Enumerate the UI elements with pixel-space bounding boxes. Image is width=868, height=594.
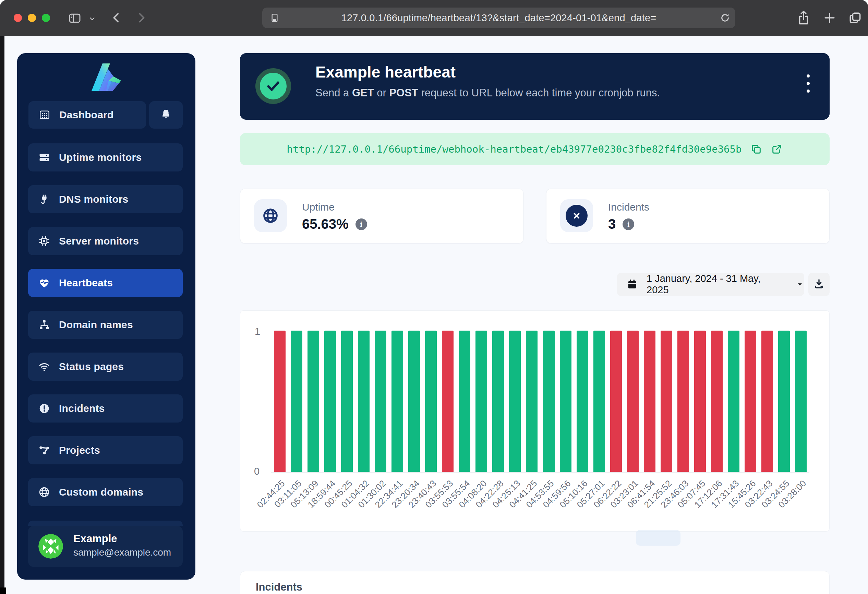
chart-bar[interactable] bbox=[375, 331, 386, 472]
chart-bar[interactable] bbox=[778, 331, 790, 472]
sidebar-item-incidents[interactable]: Incidents bbox=[28, 395, 183, 423]
sidebar-item-custom-domains[interactable]: Custom domains bbox=[28, 478, 183, 506]
chart-bar[interactable] bbox=[644, 331, 655, 472]
back-icon[interactable] bbox=[110, 11, 123, 25]
sidebar-item-label: Incidents bbox=[59, 403, 105, 414]
new-tab-icon[interactable] bbox=[822, 10, 837, 25]
chart-bar[interactable] bbox=[341, 331, 353, 472]
minimize-button[interactable] bbox=[28, 14, 36, 22]
chart-bar[interactable] bbox=[661, 331, 672, 472]
wifi-icon bbox=[38, 361, 50, 372]
sidebar-item-partial[interactable] bbox=[28, 521, 183, 526]
chart-bar[interactable] bbox=[391, 331, 403, 472]
chart-bar[interactable] bbox=[627, 331, 639, 472]
chart-bar[interactable] bbox=[425, 331, 437, 472]
sidebar-item-server-monitors[interactable]: Server monitors bbox=[28, 227, 183, 255]
bar-plot-area bbox=[271, 331, 809, 473]
sidebar-item-domain-names[interactable]: Domain names bbox=[28, 311, 183, 339]
chart-bar[interactable] bbox=[745, 331, 756, 472]
x-circle-icon bbox=[560, 199, 593, 232]
sitemap-icon bbox=[38, 319, 50, 331]
address-bar[interactable]: 127.0.0.1/66uptime/heartbeat/13?&start_d… bbox=[262, 7, 735, 28]
chevron-down-icon[interactable] bbox=[89, 15, 96, 23]
copy-icon[interactable] bbox=[750, 143, 762, 155]
chart-bar[interactable] bbox=[593, 331, 605, 472]
zoom-button[interactable] bbox=[42, 14, 50, 22]
chart-bar[interactable] bbox=[577, 331, 588, 472]
chart-bar[interactable] bbox=[678, 331, 689, 472]
chart-bar[interactable] bbox=[694, 331, 706, 472]
notifications-button[interactable] bbox=[149, 101, 183, 129]
chart-bar[interactable] bbox=[610, 331, 622, 472]
sidebar-item-dns-monitors[interactable]: DNS monitors bbox=[28, 185, 183, 213]
reload-icon[interactable] bbox=[720, 12, 731, 25]
chart-bar[interactable] bbox=[711, 331, 723, 472]
scrollbar-thumb[interactable] bbox=[636, 530, 681, 546]
share-icon[interactable] bbox=[796, 10, 811, 26]
sidebar-item-label: DNS monitors bbox=[59, 194, 128, 205]
date-range-picker[interactable]: 1 January, 2024 - 31 May, 2025 bbox=[617, 273, 804, 296]
webhook-url-bar: http://127.0.0.1/66uptime/webhook-heartb… bbox=[240, 133, 830, 165]
chart-bar[interactable] bbox=[274, 331, 286, 472]
url-fade bbox=[674, 10, 716, 26]
sidebar-item-label: Status pages bbox=[59, 361, 124, 372]
sidebar-item-label: Projects bbox=[59, 445, 100, 456]
info-icon[interactable]: i bbox=[623, 219, 634, 230]
sidebar: Dashboard Uptime monitors DNS monitors bbox=[17, 53, 195, 579]
webhook-url[interactable]: http://127.0.0.1/66uptime/webhook-heartb… bbox=[287, 143, 742, 155]
chart-bar[interactable] bbox=[728, 331, 740, 472]
chart-bar[interactable] bbox=[358, 331, 369, 472]
chart-bar[interactable] bbox=[459, 331, 470, 472]
page-settings-icon[interactable] bbox=[269, 12, 280, 25]
sidebar-item-heartbeats[interactable]: Heartbeats bbox=[28, 269, 183, 297]
stat-value: 65.63%i bbox=[302, 216, 367, 232]
cpu-chip-icon bbox=[38, 235, 50, 247]
plug-icon bbox=[38, 194, 50, 205]
chart-bar[interactable] bbox=[442, 331, 453, 472]
chart-bar[interactable] bbox=[543, 331, 555, 472]
alert-circle-icon bbox=[38, 403, 50, 414]
calendar-icon bbox=[627, 279, 638, 290]
grid-icon bbox=[39, 109, 50, 121]
stat-value: 3i bbox=[608, 216, 634, 232]
incidents-section-title: Incidents bbox=[256, 581, 303, 593]
chart-bar[interactable] bbox=[475, 331, 487, 472]
share-nodes-icon bbox=[38, 445, 50, 456]
chart-bar[interactable] bbox=[509, 331, 521, 472]
server-stack-icon bbox=[38, 152, 50, 163]
browser-chrome: 127.0.0.1/66uptime/heartbeat/13?&start_d… bbox=[0, 0, 868, 36]
chart-bar[interactable] bbox=[560, 331, 571, 472]
sidebar-item-uptime-monitors[interactable]: Uptime monitors bbox=[28, 143, 183, 171]
tabs-overview-icon[interactable] bbox=[847, 10, 862, 25]
corner-mark bbox=[0, 588, 6, 594]
download-icon bbox=[813, 278, 824, 291]
chart-bar[interactable] bbox=[795, 331, 807, 472]
sidebar-item-dashboard[interactable]: Dashboard bbox=[28, 101, 146, 129]
chart-bar[interactable] bbox=[408, 331, 420, 472]
incidents-list-card: Incidents bbox=[240, 571, 830, 594]
kebab-menu-icon[interactable] bbox=[807, 74, 810, 93]
globe-icon bbox=[254, 199, 287, 232]
chart-bar[interactable] bbox=[291, 331, 303, 472]
chart-bar[interactable] bbox=[307, 331, 319, 472]
sidebar-item-label: Custom domains bbox=[59, 486, 143, 498]
sidebar-item-label: Server monitors bbox=[59, 235, 139, 247]
sidebar-toggle-icon[interactable] bbox=[68, 11, 81, 25]
chart-bar[interactable] bbox=[762, 331, 773, 472]
chart-bar[interactable] bbox=[324, 331, 336, 472]
profile-card[interactable]: Example sample@example.com bbox=[28, 526, 183, 567]
sidebar-item-status-pages[interactable]: Status pages bbox=[28, 353, 183, 381]
heartbeat-icon bbox=[38, 277, 50, 289]
page: Dashboard Uptime monitors DNS monitors bbox=[0, 36, 868, 594]
forward-icon[interactable] bbox=[134, 11, 148, 25]
download-button[interactable] bbox=[808, 273, 830, 296]
info-icon[interactable]: i bbox=[356, 219, 367, 230]
external-link-icon[interactable] bbox=[771, 143, 782, 155]
chart-bar[interactable] bbox=[492, 331, 504, 472]
globe-icon bbox=[38, 486, 50, 498]
sidebar-item-label: Dashboard bbox=[59, 109, 114, 121]
browser-window: 127.0.0.1/66uptime/heartbeat/13?&start_d… bbox=[0, 0, 868, 594]
sidebar-item-projects[interactable]: Projects bbox=[28, 436, 183, 464]
close-button[interactable] bbox=[14, 14, 22, 22]
chart-bar[interactable] bbox=[526, 331, 537, 472]
